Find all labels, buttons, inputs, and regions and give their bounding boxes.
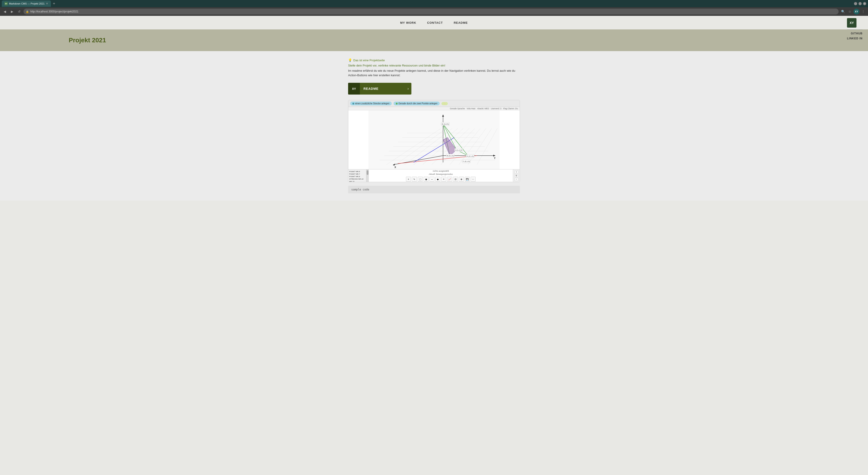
active-tab[interactable]: XY Markdown CMS — Projekt 2021 ✕ [2,0,51,7]
tool-select[interactable]: ↖ [412,177,417,182]
sidebar-item-1: PUNKT NR.6 [349,170,365,173]
list-dot-1 [352,103,354,105]
header-label-3: Abackt: MED [477,108,489,110]
hint-text: Das ist eine Projektseite [353,59,385,62]
refresh-button[interactable]: ↺ [16,8,22,14]
address-bar[interactable]: 🔒 http://localhost:3000/project/projekt2… [24,8,839,14]
code-text: sample code [351,188,369,191]
tool-save[interactable]: 💾 [465,177,470,182]
minimize-button[interactable]: — [854,2,857,5]
graph-center-label: nichts ausgewählt [433,170,449,173]
hero-banner: Projekt 2021 [0,29,868,51]
graph-bottom-panel: PUNKT NR.6 PUNKT NR.7 PUNKT NR.8 STRECKE… [348,169,520,182]
header-label-4: Userverd: 3 [491,108,501,110]
header-label-5: Flag Clamm: Du [503,108,518,110]
graph-svg: X Y [348,110,520,169]
tool-select-alt[interactable]: ⬚ [418,177,423,182]
list-dot-3 [444,103,445,105]
profile-menu: GITHUB LINKED IN [847,29,863,41]
graph-right-tools: + ⊡ − [513,170,520,182]
back-button[interactable]: ◀ [2,8,8,14]
bookmark-icon[interactable]: ☆ [847,8,852,14]
svg-text:Y: Y [494,157,496,159]
user-avatar[interactable]: XY [854,8,860,14]
zoom-fit-button[interactable]: ⊡ [515,174,519,177]
header-label-2: Vola Hast [467,108,475,110]
profile-avatar-button[interactable]: XY [847,18,857,28]
tab-title: Markdown CMS — Projekt 2021 [9,2,44,5]
browser-toolbar-right: 🔍 ☆ XY ⋮ [840,8,866,14]
svg-text:E (2,1,0): E (2,1,0) [467,155,474,157]
forward-button[interactable]: ▶ [9,8,15,14]
code-block: sample code [348,186,520,194]
svg-text:A (1,1,0): A (1,1,0) [455,149,462,151]
graph-scrollbar[interactable] [366,170,369,182]
url-text: http://localhost:3000/project/projekt202… [30,10,79,13]
nav-links: MY WORK CONTACT README [5,21,863,24]
svg-text:B (3,0,5): B (3,0,5) [442,123,449,125]
main-content: 💡 Das ist eine Projektseite Stelle dein … [0,51,868,201]
tool-line[interactable]: ↔ [430,177,434,182]
readme-btn-arrow: › [408,87,411,91]
tool-more[interactable]: ··· [471,177,475,182]
readme-btn-label: README [360,87,408,90]
sidebar-item-4: STRECKE NR.10 [349,178,365,180]
svg-rect-0 [368,110,500,169]
hint-icon: 💡 [348,58,352,62]
new-tab-button[interactable]: + [51,0,57,7]
nav-contact[interactable]: CONTACT [427,21,443,24]
profile-dropdown: XY GITHUB LINKED IN [847,18,863,41]
tool-settings[interactable]: ⊕ [459,177,464,182]
svg-text:C (0,1,0): C (0,1,0) [463,160,470,162]
scrollbar-thumb[interactable] [367,170,368,175]
profile-linkedin-link[interactable]: LINKED IN [847,36,863,41]
sidebar-item-3: PUNKT NR.8 [349,175,365,178]
tab-favicon: XY [4,2,8,5]
list-dot-2 [396,103,398,105]
tab-close-button[interactable]: ✕ [46,2,48,5]
graph-sidebar-panel: PUNKT NR.6 PUNKT NR.7 PUNKT NR.8 STRECKE… [348,170,366,182]
close-button[interactable]: ✕ [863,2,866,5]
tool-align[interactable]: = [441,177,446,182]
tool-add[interactable]: + [406,177,411,182]
graph-container: einen zusätzliche Strecke anlegen Gerade… [348,100,520,182]
list-item-label-2: Gerade durch die zwei Punkte anlegen [399,102,437,105]
graph-list-item-2[interactable]: Gerade durch die zwei Punkte anlegen [394,101,440,106]
readme-btn-icon: XY [348,83,360,94]
description-text: Im readme erfährst du wie du neue Projek… [348,68,520,77]
graph-list-item-3[interactable] [441,102,448,105]
menu-icon[interactable]: ⋮ [860,8,866,14]
info-hint: 💡 Das ist eine Projektseite [348,58,520,62]
svg-text:X: X [395,166,396,169]
graph-main[interactable]: X Y [348,110,520,169]
svg-text:B (3,1,0): B (3,1,0) [447,155,454,157]
zoom-out-button[interactable]: − [515,178,519,181]
tool-fill[interactable]: ◉ [424,177,429,182]
search-icon[interactable]: 🔍 [840,8,846,14]
nav-my-work[interactable]: MY WORK [400,21,416,24]
graph-header-row: Gerade Sprache Vola Hast Abackt: MED Use… [348,107,520,110]
profile-divider [847,29,863,30]
tool-transform[interactable]: ⊡ [453,177,458,182]
graph-top-bar: einen zusätzliche Strecke anlegen Gerade… [348,100,520,107]
browser-chrome: XY Markdown CMS — Projekt 2021 ✕ + — □ ✕… [0,0,868,16]
list-item-label-1: einen zusätzliche Strecke anlegen [355,102,390,105]
graph-sub-label: Aktuell: Bewegungsmodus [429,173,453,176]
maximize-button[interactable]: □ [859,2,862,5]
security-icon: 🔒 [26,10,29,13]
content-inner: 💡 Das ist eine Projektseite Stelle dein … [348,58,520,194]
page-wrapper: MY WORK CONTACT README XY GITHUB LINKED … [0,16,868,475]
page-title: Projekt 2021 [5,37,106,44]
graph-list-item-1[interactable]: einen zusätzliche Strecke anlegen [350,101,392,106]
nav-readme[interactable]: README [454,21,468,24]
sidebar-item-2: PUNKT NR.7 [349,173,365,175]
graph-center-panel: nichts ausgewählt Aktuell: Bewegungsmodu… [369,170,513,182]
profile-github-link[interactable]: GITHUB [847,31,863,36]
browser-toolbar: ◀ ▶ ↺ 🔒 http://localhost:3000/project/pr… [0,7,868,16]
tool-point[interactable]: ◆ [435,177,440,182]
readme-button[interactable]: XY README › [348,83,411,94]
zoom-in-button[interactable]: + [515,171,519,174]
tool-graph[interactable]: 📈 [447,177,452,182]
graph-toolbar-row: + ↖ ⬚ ◉ ↔ ◆ = 📈 ⊡ ⊕ 💾 ··· [404,176,477,182]
browser-tabs: XY Markdown CMS — Projekt 2021 ✕ + — □ ✕ [0,0,868,7]
